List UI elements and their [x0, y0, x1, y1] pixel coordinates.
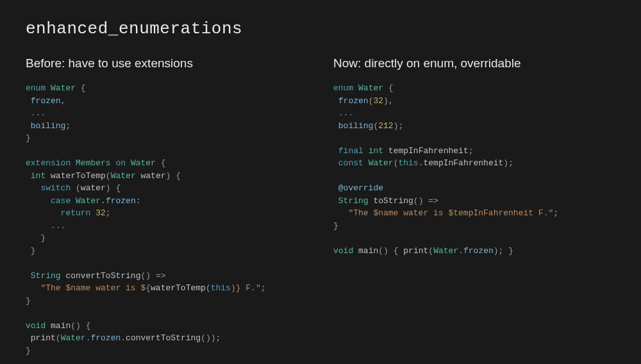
semicolon: ; — [261, 283, 266, 293]
now-heading: Now: directly on enum, overridable — [333, 56, 615, 70]
type-string: String — [31, 271, 61, 281]
param-water: water — [141, 171, 166, 181]
type-water: Water — [76, 196, 101, 206]
paren-open: ( — [76, 183, 81, 193]
fn-main: main — [51, 321, 71, 331]
member-frozen: frozen — [106, 196, 136, 206]
type-water: Water — [131, 158, 156, 168]
colon: : — [136, 196, 141, 206]
paren-close: ) — [503, 158, 508, 168]
fn-main: main — [358, 246, 378, 256]
paren-close: ) — [211, 333, 216, 343]
semicolon: ; — [499, 246, 504, 256]
string-literal: )} F." — [231, 283, 261, 293]
semicolon: ; — [216, 333, 221, 343]
brace-open: { — [161, 158, 166, 168]
now-column: Now: directly on enum, overridable enum … — [333, 56, 615, 357]
comma: , — [61, 96, 66, 106]
field-tempinfahrenheit: tempInFahrenheit — [424, 158, 504, 168]
string-literal: "The $name water is ${ — [40, 283, 151, 293]
keyword-final: final — [338, 146, 363, 156]
type-water: Water — [111, 171, 136, 181]
dot: . — [458, 246, 463, 256]
parens: () — [140, 271, 151, 281]
enum-member-frozen: frozen — [31, 96, 61, 106]
brace-close: } — [31, 246, 36, 256]
enum-member-boiling: boiling — [338, 121, 374, 131]
keyword-this: this — [211, 283, 231, 293]
type-water: Water — [51, 83, 76, 93]
semicolon: ; — [469, 146, 474, 156]
string-literal: "The $name water is $tempInFahrenheit F.… — [348, 208, 553, 218]
enum-member-boiling: boiling — [31, 121, 66, 131]
literal-32: 32 — [96, 208, 106, 218]
arrow: => — [428, 196, 438, 206]
type-water: Water — [433, 246, 458, 256]
keyword-const: const — [338, 158, 363, 168]
dot: . — [121, 333, 126, 343]
brace-open: { — [115, 183, 121, 193]
parens: () — [201, 333, 211, 343]
literal-212: 212 — [378, 121, 393, 131]
arrow: => — [156, 271, 166, 281]
paren-close: ) — [166, 171, 171, 181]
id-water: water — [81, 183, 106, 193]
semicolon: ; — [553, 208, 558, 218]
brace-close: } — [40, 233, 46, 243]
brace-close: } — [26, 133, 31, 143]
annotation-override: @override — [338, 183, 383, 193]
parens: () — [378, 246, 388, 256]
keyword-extension: extension — [26, 158, 71, 168]
fn-print: print — [403, 246, 428, 256]
type-members: Members — [76, 158, 111, 168]
brace-close: } — [508, 246, 513, 256]
keyword-enum: enum — [26, 83, 46, 93]
dot: . — [419, 158, 424, 168]
semicolon: ; — [398, 121, 403, 131]
keyword-enum: enum — [333, 83, 353, 93]
keyword-switch: switch — [40, 183, 71, 193]
member-frozen: frozen — [90, 333, 121, 343]
fn-print: print — [31, 333, 56, 343]
brace-open: { — [388, 83, 394, 93]
type-void: void — [26, 321, 46, 331]
type-void: void — [333, 246, 353, 256]
before-heading: Before: have to use extensions — [26, 56, 308, 70]
type-water: Water — [61, 333, 86, 343]
type-int: int — [31, 171, 46, 181]
before-code-block: enum Water { frozen, ... boiling; } exte… — [26, 82, 308, 357]
semicolon: ; — [65, 121, 71, 131]
brace-open: { — [394, 246, 399, 256]
keyword-return: return — [61, 208, 91, 218]
enum-member-frozen: frozen — [338, 96, 369, 106]
keyword-case: case — [51, 196, 71, 206]
paren-open: ( — [428, 246, 433, 256]
keyword-on: on — [115, 158, 126, 168]
columns-container: Before: have to use extensions enum Wate… — [26, 56, 615, 357]
fn-tostring: toString — [373, 196, 413, 206]
paren-open: ( — [106, 171, 111, 181]
brace-close: } — [26, 296, 31, 306]
field-tempinfahrenheit: tempInFahrenheit — [388, 146, 469, 156]
fn-converttostring: convertToString — [65, 271, 140, 281]
comma: , — [388, 96, 394, 106]
member-frozen: frozen — [463, 246, 494, 256]
ellipsis: ... — [31, 108, 46, 118]
type-string: String — [338, 196, 369, 206]
paren-open: ( — [206, 283, 211, 293]
parens: () — [71, 321, 81, 331]
call-converttostring: convertToString — [126, 333, 201, 343]
paren-open: ( — [56, 333, 61, 343]
paren-close: ) — [383, 96, 388, 106]
semicolon: ; — [106, 208, 111, 218]
paren-close: ) — [494, 246, 499, 256]
brace-open: { — [81, 83, 86, 93]
literal-32: 32 — [373, 96, 383, 106]
brace-close: } — [333, 221, 338, 231]
brace-close: } — [26, 346, 31, 356]
dot: . — [101, 196, 106, 206]
ellipsis: ... — [338, 108, 353, 118]
call-watertotemp: waterToTemp — [151, 283, 206, 293]
page-title: enhanced_enumerations — [26, 19, 615, 38]
parens: () — [413, 196, 424, 206]
